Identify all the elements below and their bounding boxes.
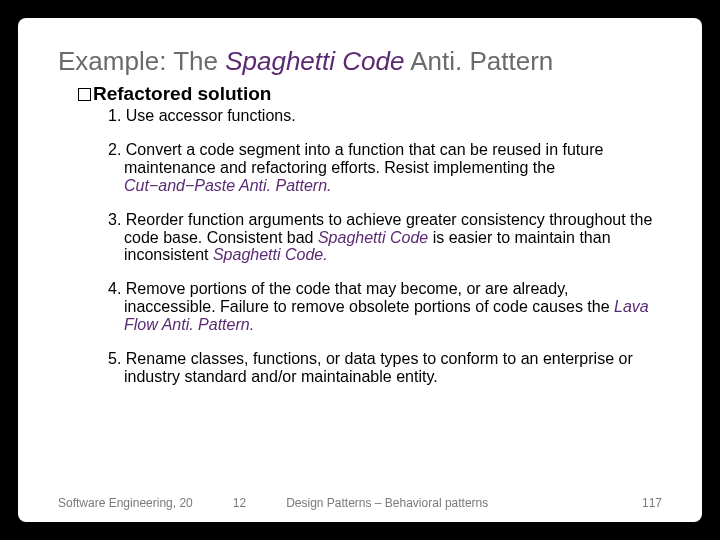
subheading: Refactored solution xyxy=(78,83,662,105)
title-pre: Example: The xyxy=(58,46,225,76)
slide-footer: Software Engineering, 20 12 Design Patte… xyxy=(58,496,662,510)
step-number: 2. xyxy=(108,141,121,158)
list-item: 2. Convert a code segment into a functio… xyxy=(108,141,658,195)
steps-list: 1. Use accessor functions.2. Convert a c… xyxy=(58,107,662,386)
footer-mid2: Design Patterns – Behavioral patterns xyxy=(286,496,642,510)
slide-title: Example: The Spaghetti Code Anti. Patter… xyxy=(58,46,662,77)
footer-mid1: 12 xyxy=(233,496,246,510)
step-text: Use accessor functions. xyxy=(121,107,295,124)
step-text-em: Spaghetti Code xyxy=(318,229,428,246)
step-text-em: Spaghetti Code. xyxy=(213,246,328,263)
step-text: Rename classes, functions, or data types… xyxy=(121,350,632,385)
step-text-em: Cut−and−Paste Anti. Pattern. xyxy=(124,177,332,194)
step-number: 5. xyxy=(108,350,121,367)
step-text: Convert a code segment into a function t… xyxy=(121,141,603,176)
list-item: 3. Reorder function arguments to achieve… xyxy=(108,211,658,265)
step-number: 4. xyxy=(108,280,121,297)
step-number: 3. xyxy=(108,211,121,228)
title-post: Anti. Pattern xyxy=(404,46,553,76)
step-text: Remove portions of the code that may bec… xyxy=(121,280,614,315)
slide: Example: The Spaghetti Code Anti. Patter… xyxy=(18,18,702,522)
footer-page-number: 117 xyxy=(642,496,662,510)
bullet-square-icon xyxy=(78,88,91,101)
footer-left: Software Engineering, 20 xyxy=(58,496,193,510)
list-item: 5. Rename classes, functions, or data ty… xyxy=(108,350,658,386)
subheading-text: Refactored solution xyxy=(93,83,271,104)
list-item: 4. Remove portions of the code that may … xyxy=(108,280,658,334)
step-number: 1. xyxy=(108,107,121,124)
list-item: 1. Use accessor functions. xyxy=(108,107,658,125)
title-em: Spaghetti Code xyxy=(225,46,404,76)
